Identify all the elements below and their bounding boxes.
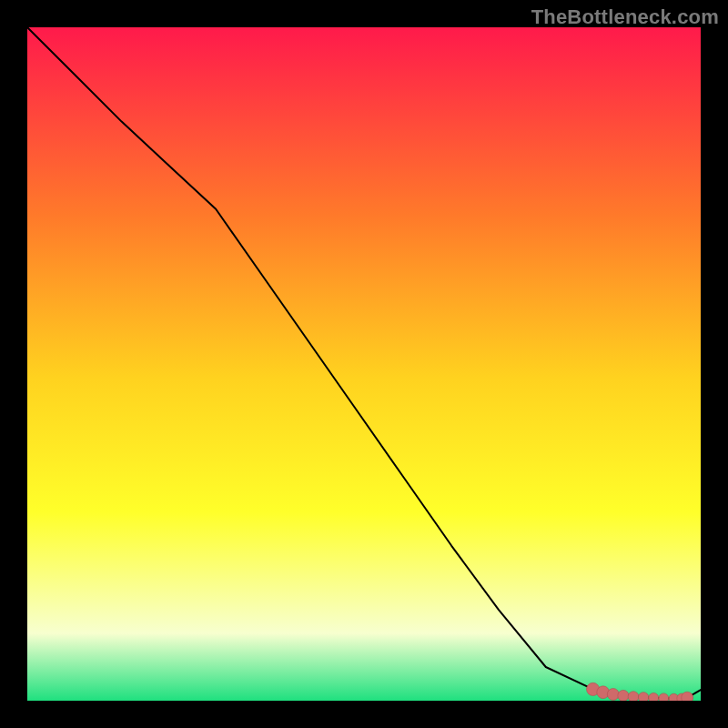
highlight-marker	[659, 693, 669, 701]
plot-area	[27, 27, 701, 701]
highlight-marker	[682, 692, 693, 701]
highlight-marker	[649, 693, 659, 701]
highlight-marker	[628, 692, 639, 701]
highlight-marker	[607, 689, 619, 701]
chart-canvas	[27, 27, 701, 701]
chart-frame: TheBottleneck.com	[0, 0, 728, 728]
highlight-marker	[638, 693, 648, 701]
watermark-caption: TheBottleneck.com	[531, 5, 719, 29]
highlight-marker	[618, 690, 629, 701]
